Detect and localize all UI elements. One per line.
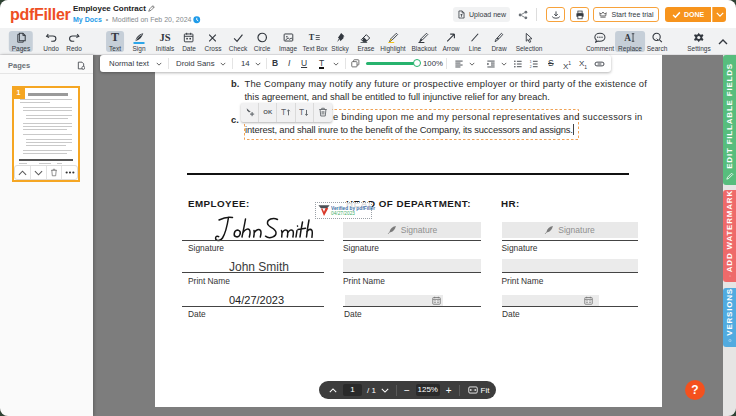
svg-text:T: T xyxy=(309,32,315,42)
svg-text:2: 2 xyxy=(530,65,532,68)
svg-text:T: T xyxy=(299,107,304,117)
svg-text:A: A xyxy=(624,33,631,43)
svg-text:T: T xyxy=(281,107,286,117)
svg-text:1: 1 xyxy=(530,60,532,64)
